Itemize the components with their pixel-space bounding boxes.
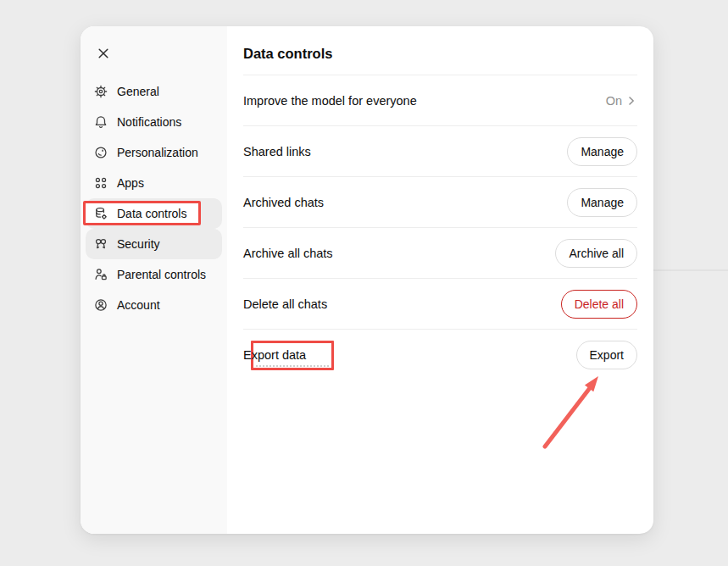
sidebar-item-label: Security <box>117 237 160 251</box>
row-improve-model[interactable]: Improve the model for everyone On <box>243 75 637 126</box>
manage-archived-chats-button[interactable]: Manage <box>567 188 637 217</box>
sidebar-item-general[interactable]: General <box>86 76 222 107</box>
row-export-data: Export data Export <box>243 330 637 380</box>
row-label: Export data <box>243 348 306 362</box>
row-label: Shared links <box>243 145 311 158</box>
archive-all-button[interactable]: Archive all <box>555 239 637 268</box>
sidebar-item-label: Account <box>117 298 160 312</box>
row-delete-all-chats: Delete all chats Delete all <box>243 279 637 330</box>
sidebar-item-label: Personalization <box>117 146 198 159</box>
person-circle-icon <box>93 297 108 313</box>
data-controls-panel: Data controls Improve the model for ever… <box>227 26 653 534</box>
keys-icon <box>93 236 108 252</box>
person-lock-icon <box>93 267 108 282</box>
sidebar-item-label: Data controls <box>117 207 186 220</box>
sidebar-item-notifications[interactable]: Notifications <box>86 107 222 137</box>
delete-all-button[interactable]: Delete all <box>561 290 637 319</box>
database-gear-icon <box>93 206 108 221</box>
row-archived-chats: Archived chats Manage <box>243 177 637 228</box>
background-seam-line <box>653 269 728 271</box>
settings-dialog: General Notifications <box>81 26 653 534</box>
sidebar-item-personalization[interactable]: Personalization <box>86 137 222 168</box>
annotation-dotted-underline <box>256 365 329 367</box>
personalization-icon <box>93 145 108 160</box>
sidebar-item-security[interactable]: Security <box>86 229 222 259</box>
sidebar-item-label: Notifications <box>117 115 181 129</box>
sidebar-item-apps[interactable]: Apps <box>86 168 222 198</box>
row-label: Archive all chats <box>243 247 333 260</box>
row-label: Delete all chats <box>243 297 327 311</box>
close-button[interactable] <box>92 42 115 65</box>
improve-model-value[interactable]: On <box>606 94 637 108</box>
close-icon <box>97 47 110 60</box>
sidebar-item-data-controls[interactable]: Data controls <box>86 198 222 229</box>
row-shared-links: Shared links Manage <box>243 126 637 177</box>
apps-grid-icon <box>93 175 108 191</box>
gear-icon <box>93 84 108 99</box>
page-title: Data controls <box>243 26 637 75</box>
value-text: On <box>606 94 622 108</box>
sidebar-item-label: General <box>117 85 159 98</box>
row-archive-all-chats: Archive all chats Archive all <box>243 228 637 279</box>
row-label: Improve the model for everyone <box>243 94 417 108</box>
sidebar-item-label: Parental controls <box>117 268 206 281</box>
bell-icon <box>93 114 108 130</box>
row-label: Archived chats <box>243 196 324 209</box>
export-button[interactable]: Export <box>576 341 637 369</box>
sidebar-item-parental-controls[interactable]: Parental controls <box>86 259 222 290</box>
sidebar-item-label: Apps <box>117 176 144 190</box>
settings-sidebar: General Notifications <box>81 26 227 534</box>
screenshot-canvas: General Notifications <box>0 0 728 566</box>
settings-nav: General Notifications <box>86 76 222 320</box>
manage-shared-links-button[interactable]: Manage <box>567 137 637 166</box>
sidebar-item-account[interactable]: Account <box>86 290 222 320</box>
chevron-right-icon <box>625 95 637 107</box>
